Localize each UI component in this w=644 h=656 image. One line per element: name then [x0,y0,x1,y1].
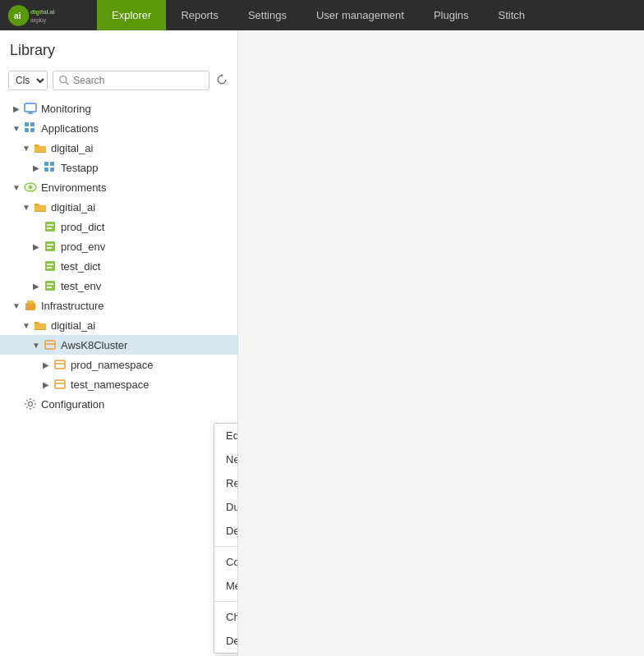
ctx-edit-properties[interactable]: Edit properties [214,424,238,447]
tree: ▶ Monitoring ▼ Applications ▼ [0,95,237,417]
svg-text:ai: ai [14,11,21,20]
tree-arrow-test-env: ▶ [30,282,43,291]
tree-label-prod-env: prod_env [61,241,105,253]
svg-rect-34 [25,303,35,310]
tree-label-configuration: Configuration [41,398,104,411]
tree-item-testapp[interactable]: ▶ Testapp [0,158,237,177]
sidebar: Library Cls [0,30,238,656]
tree-item-infrastructure[interactable]: ▼ Infrastructure [0,296,237,315]
nav-stitch[interactable]: Stitch [484,0,540,30]
svg-point-43 [29,402,33,406]
svg-rect-14 [44,162,48,166]
svg-line-5 [66,82,69,85]
tree-arrow-prod-env: ▶ [30,242,43,251]
tree-arrow-digitial-ai-infra: ▼ [20,321,33,330]
svg-rect-11 [25,128,29,132]
svg-rect-22 [45,222,55,232]
ctx-new[interactable]: New ▶ [214,447,238,471]
svg-rect-35 [27,300,34,304]
refresh-button[interactable] [214,72,229,89]
tree-label-testapp: Testapp [61,162,99,174]
tree-label-infrastructure: Infrastructure [41,300,104,312]
apps-icon [23,121,38,135]
tree-label-test-env: test_env [61,280,101,292]
tree-label-digitial-ai-infra: digitial_ai [51,319,95,332]
ctx-divider-1 [214,546,238,547]
ctx-duplicate[interactable]: Duplicate [214,495,238,519]
tree-arrow-environments: ▼ [10,183,23,192]
prod-env-icon [43,239,58,254]
tree-item-test-dict[interactable]: test_dict [0,256,237,276]
tree-label-applications: Applications [41,122,99,135]
svg-rect-9 [25,122,29,126]
ctx-rename[interactable]: Rename [214,471,238,495]
svg-text:deploy: deploy [30,17,47,24]
tree-item-environments[interactable]: ▼ Environments [0,177,237,197]
search-type-select[interactable]: Cls [8,71,48,90]
ns-icon-prod [53,357,67,372]
tree-item-digitial-ai-env[interactable]: ▼ digitial_ai [0,197,237,217]
tree-item-monitoring[interactable]: ▶ Monitoring [0,99,237,118]
tree-item-applications[interactable]: ▼ Applications [0,118,237,138]
svg-rect-37 [45,341,55,349]
tree-arrow-prod-namespace: ▶ [39,360,53,369]
test-dict-icon [43,259,58,273]
topnav: ai digital.ai deploy Explorer Reports Se… [0,0,644,30]
config-icon [23,397,38,411]
ctx-check-connection[interactable]: Check Connection [214,605,238,629]
ctx-meta-information[interactable]: Meta information [214,574,238,598]
tree-item-test-env[interactable]: ▶ test_env [0,276,237,296]
ns-icon-test [53,377,67,392]
svg-rect-12 [30,128,34,132]
search-input[interactable] [73,75,204,86]
main-layout: Library Cls [0,30,644,656]
tree-arrow-applications: ▼ [10,124,23,133]
tree-label-test-dict: test_dict [61,260,100,273]
test-env-icon [43,278,58,293]
svg-rect-17 [50,167,54,172]
tree-item-digitial-ai-infra[interactable]: ▼ digitial_ai [0,315,237,335]
tree-item-prod-env[interactable]: ▶ prod_env [0,236,237,256]
tree-label-digitial-ai-env: digitial_ai [51,201,95,213]
svg-rect-21 [34,205,46,211]
nav-explorer[interactable]: Explorer [97,0,166,30]
tree-label-awsk8cluster: AwsK8Cluster [61,339,127,351]
folder-icon-digital-ai-app [33,140,48,155]
search-input-wrap [53,71,209,90]
folder-infra-icon [33,318,48,333]
logo[interactable]: ai digital.ai deploy [7,3,89,28]
infra-icon [23,298,38,313]
tree-label-prod-dict: prod_dict [61,221,104,233]
search-bar: Cls [0,66,237,95]
svg-rect-10 [30,122,34,126]
tree-item-awsk8cluster[interactable]: ▼ AwsK8Cluster [0,335,237,355]
ctx-describe-service[interactable]: Describe Service [214,629,238,653]
main-content [238,30,644,656]
tree-item-prod-namespace[interactable]: ▶ prod_namespace [0,355,237,374]
tree-arrow-infrastructure: ▼ [10,301,23,310]
nav-settings[interactable]: Settings [233,0,301,30]
context-menu: Edit properties New ▶ Rename Duplicate D… [214,423,238,654]
testapp-icon [43,160,58,175]
ctx-delete[interactable]: Delete [214,519,238,543]
library-title: Library [0,30,237,66]
tree-item-prod-dict[interactable]: prod_dict [0,217,237,236]
refresh-icon [216,74,228,85]
tree-arrow-testapp: ▶ [30,163,43,172]
svg-rect-16 [44,167,48,172]
ctx-compare[interactable]: Compare ▶ [214,550,238,574]
tree-arrow-awsk8cluster: ▼ [30,341,43,350]
tree-item-configuration[interactable]: Configuration [0,394,237,414]
nav-user-management[interactable]: User management [301,0,419,30]
tree-arrow-digital-ai-app: ▼ [20,144,33,153]
nav-items: Explorer Reports Settings User managemen… [97,0,540,30]
nav-plugins[interactable]: Plugins [419,0,484,30]
svg-rect-31 [45,281,55,291]
tree-item-test-namespace[interactable]: ▶ test_namespace [0,374,237,394]
tree-arrow-test-namespace: ▶ [39,380,53,389]
svg-rect-41 [55,380,65,388]
prod-dict-icon [43,219,58,234]
nav-reports[interactable]: Reports [166,0,233,30]
folder-env-icon [33,200,48,214]
tree-item-digital-ai-app[interactable]: ▼ digital_ai [0,138,237,158]
